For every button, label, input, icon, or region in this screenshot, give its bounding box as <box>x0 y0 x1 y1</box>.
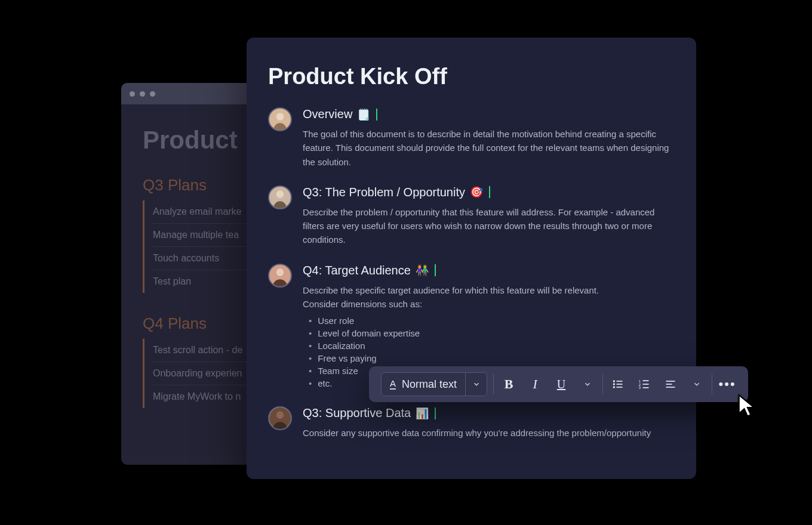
section-body-text[interactable]: The goal of this document is to describe… <box>303 127 675 169</box>
bullet-item[interactable]: Free vs paying <box>309 352 675 365</box>
svg-rect-9 <box>617 381 623 382</box>
people-icon: 👫 <box>416 264 429 277</box>
mouse-cursor-icon <box>737 394 758 420</box>
section-heading-text: Q4: Target Audience <box>303 264 411 277</box>
author-avatar <box>268 107 292 131</box>
section-heading-text: Overview <box>303 107 352 121</box>
section-heading[interactable]: Overview 🗒️ <box>303 107 675 121</box>
bullet-item[interactable]: Level of domain expertise <box>309 327 675 339</box>
text-style-label: Normal text <box>402 378 457 391</box>
underline-button[interactable]: U <box>552 375 570 393</box>
svg-rect-11 <box>617 384 623 385</box>
text-cursor-icon <box>489 186 490 198</box>
section-body-text[interactable]: Describe the specific target audience fo… <box>303 283 675 297</box>
section-heading-text: Q3: The Problem / Opportunity <box>303 186 465 199</box>
svg-point-8 <box>613 380 615 382</box>
author-avatar <box>268 406 292 430</box>
svg-point-10 <box>613 383 615 385</box>
more-text-styles-button[interactable] <box>579 375 596 393</box>
svg-rect-19 <box>643 387 649 388</box>
svg-point-7 <box>276 411 284 419</box>
text-style-caret[interactable] <box>465 373 487 396</box>
italic-button[interactable]: I <box>526 375 544 393</box>
window-dot <box>140 91 145 97</box>
svg-point-5 <box>276 268 284 276</box>
document-window: Product Kick Off Overview 🗒️ The goal of… <box>247 38 696 479</box>
bar-chart-icon: 📊 <box>416 407 429 420</box>
bullet-item[interactable]: Localization <box>309 339 675 352</box>
section-body-text[interactable]: Consider dimensions such as: <box>303 297 675 311</box>
section-heading-text: Q3: Supportive Data <box>303 406 411 420</box>
text-cursor-icon <box>435 264 436 276</box>
author-avatar <box>268 264 292 288</box>
text-format-toolbar: A Normal text B I U 123 ••• <box>369 366 748 402</box>
numbered-list-button[interactable]: 123 <box>635 375 653 393</box>
window-dot <box>130 91 135 97</box>
notepad-icon: 🗒️ <box>357 108 370 121</box>
text-style-select[interactable]: A Normal text <box>381 372 487 396</box>
bullet-list-button[interactable] <box>609 375 627 393</box>
svg-rect-21 <box>666 384 672 385</box>
svg-rect-17 <box>643 384 649 385</box>
window-dot <box>150 91 155 97</box>
section-heading[interactable]: Q3: Supportive Data 📊 <box>303 406 675 420</box>
doc-section: Overview 🗒️ The goal of this document is… <box>268 107 675 169</box>
text-style-icon: A <box>390 379 396 390</box>
section-heading[interactable]: Q3: The Problem / Opportunity 🎯 <box>303 186 675 199</box>
svg-rect-13 <box>617 387 623 388</box>
svg-rect-20 <box>666 381 675 382</box>
doc-section: Q3: Supportive Data 📊 Consider any suppo… <box>268 406 675 440</box>
doc-title[interactable]: Product Kick Off <box>268 64 675 89</box>
svg-point-12 <box>613 386 615 388</box>
bullet-item[interactable]: User role <box>309 314 675 327</box>
text-cursor-icon <box>435 407 436 419</box>
target-icon: 🎯 <box>470 186 483 199</box>
svg-rect-15 <box>643 380 649 381</box>
more-list-options-button[interactable] <box>688 375 706 393</box>
text-cursor-icon <box>376 109 377 121</box>
author-avatar <box>268 186 292 209</box>
svg-rect-22 <box>666 387 675 388</box>
doc-section: Q3: The Problem / Opportunity 🎯 Describe… <box>268 186 675 247</box>
bold-button[interactable]: B <box>500 375 518 393</box>
svg-point-3 <box>276 190 284 198</box>
svg-text:3: 3 <box>639 386 641 390</box>
section-body-text[interactable]: Describe the problem / opportunity that … <box>303 205 675 247</box>
svg-point-1 <box>276 113 284 121</box>
more-options-button[interactable]: ••• <box>718 375 736 393</box>
section-heading[interactable]: Q4: Target Audience 👫 <box>303 264 675 277</box>
align-button[interactable] <box>662 375 679 393</box>
section-body-text[interactable]: Consider any supportive data confirming … <box>303 426 675 440</box>
